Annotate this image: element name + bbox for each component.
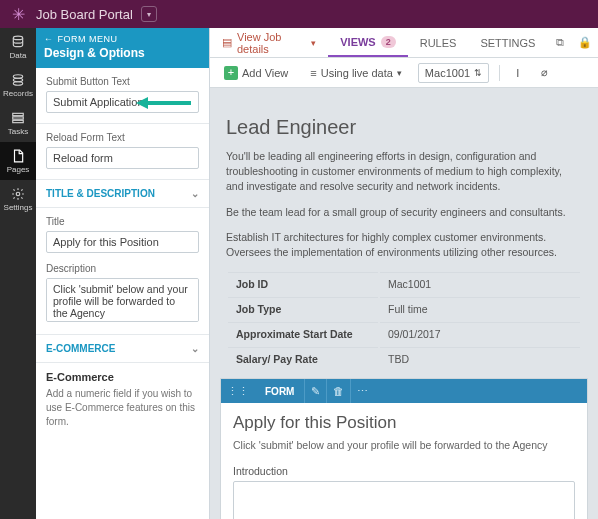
- gear-icon: [11, 187, 25, 201]
- back-to-form-menu[interactable]: ← FORM MENU: [44, 34, 201, 44]
- ecommerce-body: E-Commerce Add a numeric field if you wi…: [36, 363, 209, 439]
- stack-icon: ≡: [310, 67, 316, 79]
- tasks-icon: [11, 111, 25, 125]
- field-label: Submit Button Text: [46, 76, 199, 87]
- views-count-badge: 2: [381, 36, 396, 48]
- annotation-arrow-icon: [136, 93, 192, 113]
- left-rail: Data Records Tasks Pages Settings: [0, 28, 36, 519]
- more-icon[interactable]: ⋯: [350, 379, 374, 403]
- title-description-body: Title Description: [36, 208, 209, 335]
- reload-form-text-input[interactable]: [46, 147, 199, 169]
- form-heading: Apply for this Position: [233, 413, 575, 433]
- svg-rect-5: [13, 117, 24, 119]
- rail-label: Records: [3, 89, 33, 98]
- filter-off-icon[interactable]: ⌀: [535, 63, 554, 82]
- job-paragraph: You'll be leading all engineering effort…: [226, 149, 582, 195]
- panel-header: ← FORM MENU Design & Options: [36, 28, 209, 68]
- svg-marker-9: [136, 97, 148, 109]
- form-title-input[interactable]: [46, 231, 199, 253]
- panel-title: Design & Options: [44, 46, 201, 60]
- rail-item-data[interactable]: Data: [0, 28, 36, 66]
- job-title: Lead Engineer: [226, 116, 582, 139]
- rail-label: Settings: [4, 203, 33, 212]
- form-badge: FORM: [255, 386, 304, 397]
- title-description-header[interactable]: TITLE & DESCRIPTION ⌄: [36, 180, 209, 208]
- view-tabs: ▤ View Job details ▾ VIEWS 2 RULES SETTI…: [210, 28, 598, 58]
- chevron-down-icon: ▾: [311, 38, 316, 48]
- database-icon: [11, 35, 25, 49]
- tab-rules[interactable]: RULES: [408, 28, 469, 57]
- job-paragraph: Be the team lead for a small group of se…: [226, 205, 582, 220]
- records-icon: [11, 73, 25, 87]
- pages-icon: [11, 149, 25, 163]
- ecommerce-description: Add a numeric field if you wish to use E…: [46, 387, 199, 429]
- content-area: ▤ View Job details ▾ VIEWS 2 RULES SETTI…: [210, 28, 598, 519]
- ecommerce-heading: E-Commerce: [46, 371, 199, 383]
- view-job-details-link[interactable]: ▤ View Job details ▾: [210, 28, 328, 57]
- app-title: Job Board Portal: [36, 7, 133, 22]
- table-row: Job TypeFull time: [228, 297, 580, 320]
- form-subtext: Click 'submit' below and your profile wi…: [233, 439, 575, 451]
- arrow-left-icon: ←: [44, 34, 54, 44]
- preview-scroll[interactable]: Lead Engineer You'll be leading all engi…: [210, 88, 598, 519]
- delete-icon[interactable]: 🗑: [326, 379, 350, 403]
- record-selector[interactable]: Mac1001 ⇅: [418, 63, 489, 83]
- app-header: ✳ Job Board Portal ▾: [0, 0, 598, 28]
- field-label: Introduction: [233, 465, 575, 477]
- data-source-dropdown[interactable]: ≡ Using live data ▾: [304, 64, 408, 82]
- field-label: Description: [46, 263, 199, 274]
- submit-text-section: Submit Button Text: [36, 68, 209, 124]
- sort-icon: ⇅: [474, 68, 482, 78]
- form-description-input[interactable]: [46, 278, 199, 322]
- svg-rect-4: [13, 113, 24, 115]
- job-paragraph: Establish IT architectures for highly co…: [226, 230, 582, 260]
- svg-rect-6: [13, 120, 24, 122]
- introduction-textarea[interactable]: [233, 481, 575, 519]
- chevron-down-icon: ⌄: [191, 188, 199, 199]
- field-label: Reload Form Text: [46, 132, 199, 143]
- lock-icon[interactable]: 🔒: [573, 28, 598, 57]
- job-preview: Lead Engineer You'll be leading all engi…: [220, 116, 588, 372]
- app-menu-chevron-icon[interactable]: ▾: [141, 6, 157, 22]
- rail-item-records[interactable]: Records: [0, 66, 36, 104]
- chevron-down-icon: ⌄: [191, 343, 199, 354]
- tab-views[interactable]: VIEWS 2: [328, 28, 407, 57]
- svg-point-0: [13, 36, 22, 40]
- form-card: ⋮⋮ FORM ✎ 🗑 ⋯ Apply for this Position Cl…: [220, 378, 588, 519]
- rail-item-tasks[interactable]: Tasks: [0, 104, 36, 142]
- divider: [499, 65, 500, 81]
- table-row: Job IDMac1001: [228, 272, 580, 295]
- job-details-table: Job IDMac1001 Job TypeFull time Approxim…: [226, 270, 582, 372]
- rail-item-settings[interactable]: Settings: [0, 180, 36, 218]
- ecommerce-header[interactable]: E-COMMERCE ⌄: [36, 335, 209, 363]
- field-label: Title: [46, 216, 199, 227]
- table-row: Salary/ Pay RateTBD: [228, 347, 580, 370]
- svg-point-7: [16, 192, 20, 196]
- svg-point-3: [13, 82, 22, 86]
- chevron-down-icon: ▾: [397, 68, 402, 78]
- reload-text-section: Reload Form Text: [36, 124, 209, 180]
- add-view-button[interactable]: + Add View: [218, 63, 294, 83]
- text-tool-icon[interactable]: I: [510, 64, 525, 82]
- design-options-panel: ← FORM MENU Design & Options Submit Butt…: [36, 28, 210, 519]
- rail-label: Tasks: [8, 127, 28, 136]
- form-card-header: ⋮⋮ FORM ✎ 🗑 ⋯: [221, 379, 587, 403]
- rail-label: Data: [10, 51, 27, 60]
- rail-item-pages[interactable]: Pages: [0, 142, 36, 180]
- drag-handle-icon[interactable]: ⋮⋮: [221, 385, 255, 398]
- page-icon: ▤: [222, 36, 232, 49]
- edit-icon[interactable]: ✎: [304, 379, 326, 403]
- form-card-body: Apply for this Position Click 'submit' b…: [221, 403, 587, 519]
- app-logo-icon: ✳: [0, 5, 36, 24]
- plus-icon: +: [224, 66, 238, 80]
- table-row: Approximate Start Date09/01/2017: [228, 322, 580, 345]
- rail-label: Pages: [7, 165, 30, 174]
- open-external-icon[interactable]: ⧉: [547, 28, 572, 57]
- view-toolbar: + Add View ≡ Using live data ▾ Mac1001 ⇅…: [210, 58, 598, 88]
- tab-settings[interactable]: SETTINGS: [468, 28, 547, 57]
